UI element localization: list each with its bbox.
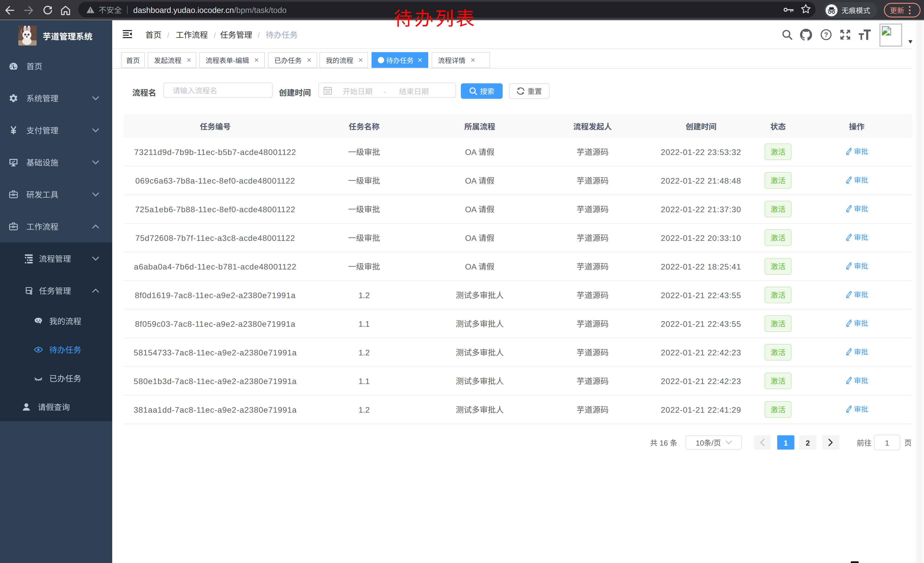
svg-text:?: ? [824,32,828,39]
